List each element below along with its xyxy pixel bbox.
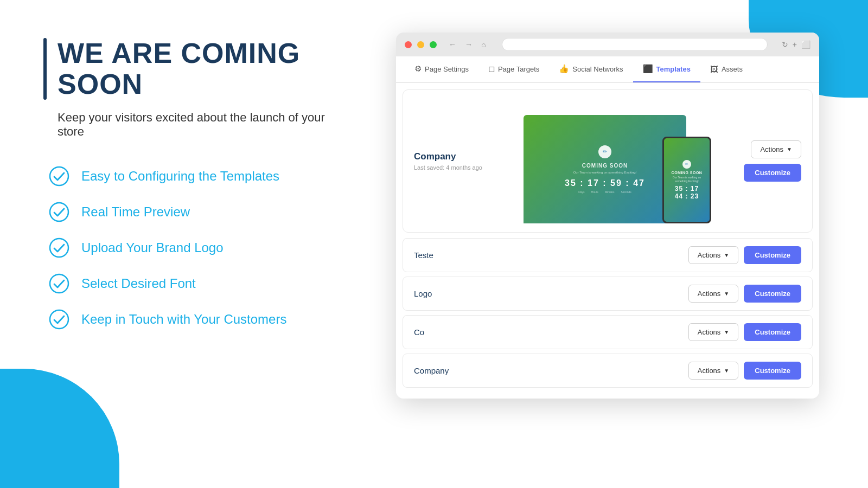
template-name-4: Company [414,366,680,375]
template-row-1-actions: Actions ▼ Customize [688,246,801,264]
browser-dot-red[interactable] [405,41,412,48]
template-1-actions-button[interactable]: Actions ▼ [688,246,739,264]
tab-page-settings-label: Page Settings [425,65,469,73]
template-4-chevron-icon: ▼ [724,368,729,374]
template-2-actions-label: Actions [698,290,721,298]
plus-icon[interactable]: + [793,40,797,49]
template-row-2-actions: Actions ▼ Customize [688,285,801,303]
app-content: ⚙ Page Settings ◻ Page Targets 👍 Social … [396,56,819,399]
featured-template-name: Company [414,151,484,162]
mobile-countdown-1: 35 : 17 [675,185,699,192]
templates-area: Company Last saved: 4 months ago ✏ COMIN… [396,83,819,399]
desktop-coming-soon-sub: Our Team is working on something Excitin… [573,171,637,174]
tab-page-targets[interactable]: ◻ Page Targets [478,56,549,82]
feature-text-4: Select Desired Font [81,276,196,291]
featured-customize-button[interactable]: Customize [744,164,801,182]
tab-page-settings[interactable]: ⚙ Page Settings [405,56,478,82]
template-4-actions-button[interactable]: Actions ▼ [688,362,739,380]
browser-actions: ↻ + ⬜ [782,40,810,49]
tab-templates[interactable]: ⬛ Templates [633,56,700,82]
check-icon-1 [49,166,69,187]
heading-accent-bar [43,38,47,100]
tabs-bar: ⚙ Page Settings ◻ Page Targets 👍 Social … [396,56,819,83]
featured-template-info: Company Last saved: 4 months ago [414,151,484,171]
browser-search-bar[interactable] [502,38,767,51]
home-button[interactable]: ⌂ [479,39,488,50]
tab-assets-label: Assets [722,65,743,73]
mobile-coming-soon-text: COMING SOON [672,171,703,175]
browser-dot-yellow[interactable] [417,41,424,48]
assets-icon: 🖼 [710,65,718,74]
featured-template-meta: Last saved: 4 months ago [414,164,484,171]
template-3-chevron-icon: ▼ [724,329,729,335]
featured-template-actions: Actions ▼ Customize [725,140,801,182]
feature-item-2: Real Time Preview [49,202,347,222]
feature-item-5: Keep in Touch with Your Customers [49,309,347,330]
template-2-actions-button[interactable]: Actions ▼ [688,285,739,303]
template-row-2: Logo Actions ▼ Customize [403,277,813,311]
features-list: Easy to Configuring the Templates Real T… [43,166,347,330]
page-subtitle: Keep your visitors excited about the lau… [43,111,347,139]
expand-icon[interactable]: ⬜ [801,40,810,49]
featured-actions-label: Actions [760,145,783,153]
mobile-countdown-2: 44 : 23 [675,192,699,200]
desktop-countdown: 35 : 17 : 59 : 47 [565,178,645,188]
preview-container: ✏ COMING SOON Our Team is working on som… [493,99,717,223]
tab-templates-label: Templates [656,65,691,73]
feature-item-1: Easy to Configuring the Templates [49,166,347,187]
mobile-preview-mockup: ✏ COMING SOON Our Team is working on som… [662,137,711,223]
template-row-4: Company Actions ▼ Customize [403,354,813,388]
forward-button[interactable]: → [463,39,475,50]
target-icon: ◻ [488,64,495,74]
template-1-chevron-icon: ▼ [724,252,729,258]
featured-actions-button[interactable]: Actions ▼ [751,140,801,158]
page-title: WE ARE COMING SOON [58,38,347,100]
template-4-actions-label: Actions [698,367,721,375]
template-1-customize-button[interactable]: Customize [744,246,801,264]
tab-assets[interactable]: 🖼 Assets [700,57,752,82]
settings-icon: ⚙ [414,64,422,74]
tab-social-networks-label: Social Networks [572,65,623,73]
tab-social-networks[interactable]: 👍 Social Networks [549,56,633,82]
template-3-customize-button[interactable]: Customize [744,323,801,341]
mockup-logo-icon: ✏ [598,145,611,158]
template-name-3: Co [414,328,680,337]
mobile-logo-icon: ✏ [682,160,691,169]
right-panel: ← → ⌂ ↻ + ⬜ ⚙ Page Settings [391,33,825,399]
svg-point-4 [50,310,68,329]
template-2-customize-button[interactable]: Customize [744,285,801,303]
template-row-3: Co Actions ▼ Customize [403,315,813,349]
template-3-actions-label: Actions [698,328,721,336]
template-1-actions-label: Actions [698,251,721,259]
svg-point-0 [50,167,68,185]
check-icon-2 [49,202,69,222]
feature-item-4: Select Desired Font [49,273,347,294]
template-name-1: Teste [414,251,680,260]
browser-dot-green[interactable] [430,41,437,48]
browser-nav: ← → ⌂ [446,39,488,50]
featured-template-card: Company Last saved: 4 months ago ✏ COMIN… [403,89,813,233]
template-row-3-actions: Actions ▼ Customize [688,323,801,341]
template-3-actions-button[interactable]: Actions ▼ [688,323,739,341]
refresh-icon[interactable]: ↻ [782,40,788,49]
social-icon: 👍 [559,64,569,74]
feature-text-5: Keep in Touch with Your Customers [81,312,286,327]
feature-text-2: Real Time Preview [81,204,190,220]
browser-titlebar: ← → ⌂ ↻ + ⬜ [396,33,819,56]
feature-text-3: Upload Your Brand Logo [81,240,224,255]
tab-page-targets-label: Page Targets [498,65,539,73]
left-panel: WE ARE COMING SOON Keep your visitors ex… [43,33,347,330]
feature-text-1: Easy to Configuring the Templates [81,169,279,184]
desktop-coming-soon-text: COMING SOON [582,163,628,169]
template-name-2: Logo [414,289,680,298]
dropdown-chevron-icon: ▼ [787,146,792,152]
svg-point-2 [50,239,68,257]
check-icon-5 [49,309,69,330]
feature-item-3: Upload Your Brand Logo [49,237,347,258]
template-2-chevron-icon: ▼ [724,291,729,297]
back-button[interactable]: ← [446,39,458,50]
template-4-customize-button[interactable]: Customize [744,362,801,380]
desktop-preview-mockup: ✏ COMING SOON Our Team is working on som… [524,115,686,223]
svg-point-1 [50,203,68,221]
template-row-4-actions: Actions ▼ Customize [688,362,801,380]
